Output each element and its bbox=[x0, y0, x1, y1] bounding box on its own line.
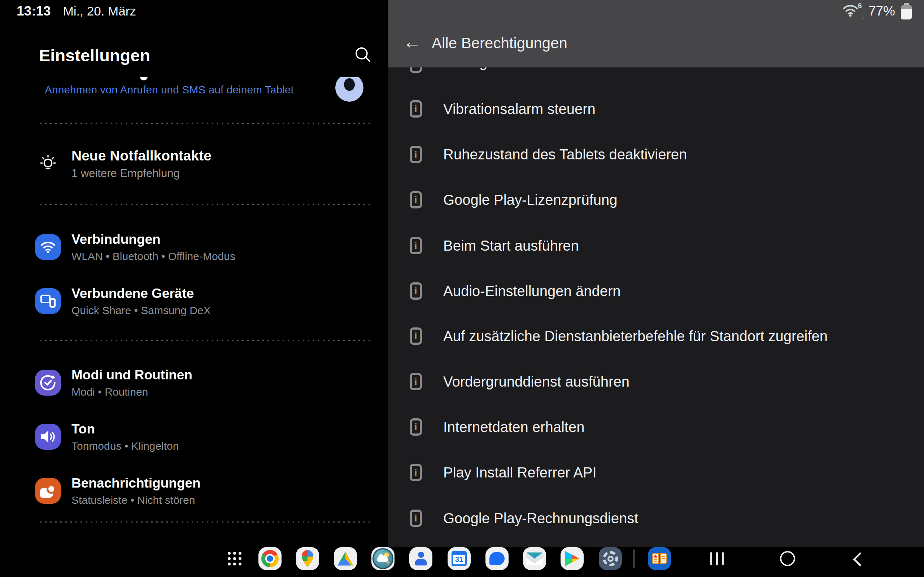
weather-app-icon[interactable]: + bbox=[372, 547, 394, 570]
chrome-icon[interactable] bbox=[258, 547, 281, 570]
dotted-divider bbox=[40, 204, 372, 205]
battery-icon bbox=[901, 3, 912, 19]
app-info-icon: i bbox=[410, 464, 422, 481]
item-subtitle: WLAN • Bluetooth • Offline-Modus bbox=[71, 250, 235, 263]
email-icon[interactable] bbox=[523, 547, 546, 570]
play-store-icon[interactable] bbox=[561, 547, 584, 570]
app-info-icon: i bbox=[410, 373, 422, 390]
settings-item-connections[interactable]: Verbindungen WLAN • Bluetooth • Offline-… bbox=[0, 220, 388, 274]
item-title: Verbundene Geräte bbox=[71, 286, 211, 301]
avatar-head-silhouette bbox=[344, 78, 355, 91]
gear-icon bbox=[603, 551, 618, 566]
wifi6-badge: 6 bbox=[858, 2, 862, 10]
item-title: Verbindungen bbox=[71, 232, 235, 247]
app-info-icon: i bbox=[410, 509, 422, 527]
item-subtitle: Statusleiste • Nicht stören bbox=[71, 494, 201, 506]
permission-row: i Beim Start ausführen bbox=[388, 223, 924, 268]
permission-row: i Ruhezustand des Tablets deaktivieren bbox=[388, 132, 924, 177]
avatar[interactable] bbox=[335, 77, 363, 102]
app-info-icon: i bbox=[410, 68, 422, 73]
search-icon bbox=[353, 45, 373, 65]
date: Mi., 20. März bbox=[63, 4, 136, 18]
search-button[interactable] bbox=[353, 45, 373, 65]
back-arrow-icon[interactable]: ← bbox=[403, 32, 422, 51]
app-info-icon: i bbox=[410, 418, 422, 436]
taskbar: + 31 bbox=[0, 547, 924, 577]
contacts-icon[interactable] bbox=[409, 547, 432, 570]
item-title: Ton bbox=[71, 422, 179, 437]
recents-button[interactable] bbox=[710, 552, 724, 565]
google-calendar-icon[interactable]: 31 bbox=[447, 547, 471, 570]
item-title: Benachrichtigungen bbox=[71, 475, 201, 491]
dictionary-app-icon[interactable] bbox=[648, 547, 671, 570]
wifi-status-icon: 6 ↓↑ bbox=[842, 3, 863, 19]
permission-row: i Auf zusätzliche Dienstanbieterbefehle … bbox=[388, 313, 924, 359]
battery-percentage: 77% bbox=[868, 3, 895, 19]
modes-routines-icon bbox=[35, 370, 61, 396]
laptop-glyph bbox=[40, 295, 50, 303]
google-maps-icon[interactable] bbox=[296, 547, 319, 570]
app-info-icon: i bbox=[410, 237, 422, 254]
settings-app-icon[interactable] bbox=[599, 547, 622, 570]
app-drawer-button[interactable] bbox=[226, 550, 243, 567]
lightbulb-icon bbox=[36, 152, 60, 175]
status-bar-left: 13:13 Mi., 20. März bbox=[16, 3, 136, 19]
recommendation-title: Neue Notfallkontakte bbox=[71, 148, 212, 164]
permission-row: i Google Play-Lizenzprüfung bbox=[388, 177, 924, 222]
app-info-icon: i bbox=[410, 146, 422, 163]
taskbar-divider bbox=[633, 549, 635, 568]
permission-row: i Vordergrunddienst ausführen bbox=[388, 359, 924, 404]
devices-icon bbox=[35, 288, 61, 314]
settings-item-sound[interactable]: Ton Tonmodus • Klingelton bbox=[0, 410, 388, 464]
sound-icon bbox=[35, 424, 61, 450]
call-sms-link[interactable]: Annehmen von Anrufen und SMS auf deinem … bbox=[45, 84, 294, 96]
clock: 13:13 bbox=[16, 3, 51, 19]
permission-row: i Internetdaten erhalten bbox=[388, 404, 924, 450]
app-info-icon: i bbox=[410, 191, 422, 208]
permissions-header: ← Alle Berechtigungen 6 ↓↑ 77% bbox=[388, 0, 924, 68]
dotted-divider bbox=[40, 521, 372, 522]
permission-row: i Audio-Einstellungen ändern bbox=[388, 268, 924, 314]
avatar-circle bbox=[335, 77, 363, 102]
wifi-icon bbox=[35, 234, 61, 260]
notifications-icon bbox=[35, 478, 61, 504]
home-button[interactable] bbox=[780, 551, 795, 566]
settings-item-modes-routines[interactable]: Modi und Routinen Modi • Routinen bbox=[0, 356, 388, 410]
permissions-panel: ← Alle Berechtigungen 6 ↓↑ 77% bbox=[388, 0, 924, 547]
permission-row-clipped: i g bbox=[388, 68, 924, 73]
book-icon bbox=[651, 552, 667, 566]
google-messages-icon[interactable] bbox=[485, 547, 509, 570]
permission-row: i Vibrationsalarm steuern bbox=[388, 86, 924, 132]
page-title: Einstellungen bbox=[39, 45, 150, 65]
back-button[interactable] bbox=[853, 552, 867, 567]
dotted-divider bbox=[40, 122, 372, 124]
app-info-icon: i bbox=[410, 327, 422, 345]
data-transfer-arrows-icon: ↓↑ bbox=[861, 14, 864, 20]
settings-item-connected-devices[interactable]: Verbundene Geräte Quick Share • Samsung … bbox=[0, 274, 388, 328]
clipped-text-fragment: g bbox=[479, 68, 487, 70]
clipped-text-fragment bbox=[140, 77, 148, 81]
item-subtitle: Modi • Routinen bbox=[71, 386, 192, 398]
item-subtitle: Tonmodus • Klingelton bbox=[71, 440, 179, 452]
app-info-icon: i bbox=[410, 100, 422, 118]
google-drive-icon[interactable] bbox=[334, 547, 357, 570]
recommendation-row[interactable]: Neue Notfallkontakte 1 weitere Empfehlun… bbox=[0, 143, 388, 185]
recommendation-subtitle: 1 weitere Empfehlung bbox=[71, 167, 212, 180]
phone-glyph bbox=[50, 298, 56, 308]
app-info-icon: i bbox=[410, 282, 422, 300]
permission-row: i Play Install Referrer API bbox=[388, 450, 924, 495]
item-title: Modi und Routinen bbox=[71, 367, 192, 383]
permission-row: i Google Play-Rechnungsdienst bbox=[388, 495, 924, 541]
status-bar-right: 6 ↓↑ 77% bbox=[842, 3, 912, 19]
item-subtitle: Quick Share • Samsung DeX bbox=[71, 305, 211, 317]
notification-dot-glyph bbox=[47, 484, 56, 494]
settings-item-notifications[interactable]: Benachrichtigungen Statusleiste • Nicht … bbox=[0, 464, 388, 518]
tablet-screen: 13:13 Mi., 20. März Einstellungen Annehm… bbox=[0, 0, 924, 577]
permissions-title: Alle Berechtigungen bbox=[432, 35, 567, 52]
dotted-divider bbox=[40, 340, 372, 341]
